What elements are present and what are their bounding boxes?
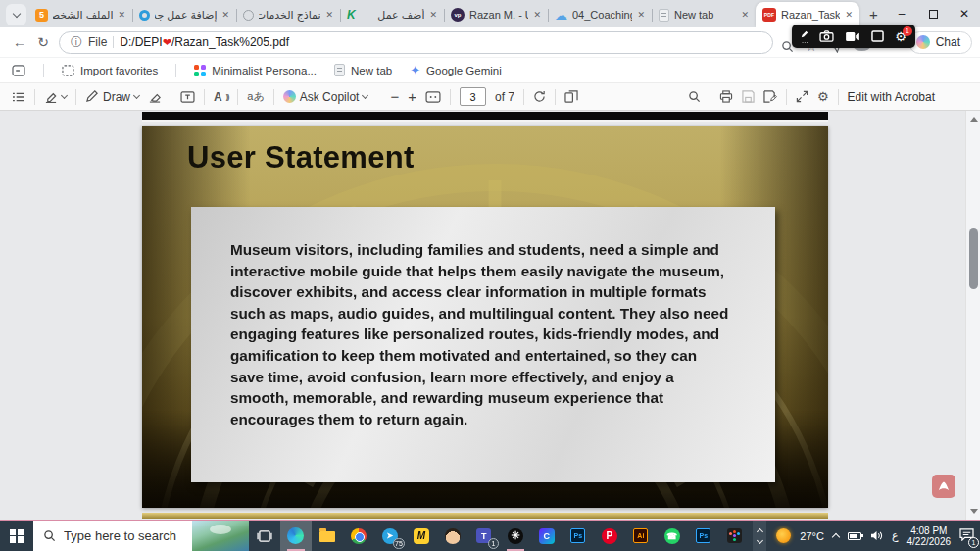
taskbar-edge[interactable] (280, 521, 312, 551)
language-indicator[interactable]: ع (892, 529, 899, 542)
zoom-out-button[interactable]: − (390, 88, 399, 105)
tab-add-work[interactable]: K أضف عمل ✕ (340, 2, 444, 27)
tab-personal-file[interactable]: 5 الملف الشخصي - ✕ (28, 2, 132, 27)
taskbar-miro[interactable]: M (406, 521, 437, 551)
taskbar-whatsapp[interactable]: ☎ (657, 521, 688, 551)
page-number-input[interactable] (460, 87, 486, 106)
taskbar-chrome[interactable] (343, 521, 374, 551)
fit-width-icon[interactable] (425, 91, 441, 103)
tab-close-icon[interactable]: ✕ (637, 10, 645, 20)
tab-close-icon[interactable]: ✕ (533, 10, 541, 20)
close-button[interactable]: ✕ (949, 0, 980, 27)
action-center-button[interactable]: 1 (959, 527, 974, 545)
hidden-icons-chevron[interactable] (832, 533, 840, 541)
taskbar-photoshop[interactable]: Ps (563, 521, 594, 551)
speaker-icon[interactable] (870, 530, 883, 541)
copilot-chat-button[interactable]: Chat (908, 31, 972, 54)
rotate-icon[interactable] (533, 90, 546, 103)
bing-daily-image[interactable] (192, 521, 249, 551)
task-view-button[interactable] (249, 521, 280, 551)
video-camera-icon[interactable] (845, 31, 860, 42)
tab-coaching[interactable]: ☁ 04_Coaching - ✕ (548, 2, 652, 27)
address-bar[interactable]: ⓘ File D:/DEPI❤/Razan_Task%205.pdf (59, 31, 773, 54)
tab-title: Razan M. - UI-U (469, 9, 528, 21)
taskbar-photoshop-2[interactable]: Ps (688, 521, 719, 551)
taskbar-file-explorer[interactable] (312, 521, 343, 551)
taskbar-avatar-app[interactable] (437, 521, 468, 551)
sidebar-toggle-button[interactable] (12, 65, 25, 76)
copilot-icon (916, 35, 930, 49)
back-button[interactable]: ← (8, 34, 31, 50)
temperature-label[interactable]: 27°C (800, 530, 824, 542)
page-view-icon[interactable] (564, 90, 578, 103)
read-aloud-button[interactable]: A)) (214, 90, 228, 104)
clock[interactable]: 4:08 PM4/22/2026 (907, 526, 952, 547)
tab-new-tab[interactable]: New tab ✕ (652, 2, 756, 27)
search-input[interactable] (64, 528, 191, 543)
tab-close-icon[interactable]: ✕ (845, 10, 853, 20)
bookmark-minimalist-persona[interactable]: Minimalist Persona... (194, 65, 317, 76)
search-document-icon[interactable] (688, 90, 701, 103)
window-capture-icon[interactable] (871, 30, 884, 42)
divider (113, 36, 114, 48)
table-of-contents-button[interactable] (12, 91, 25, 103)
add-text-button[interactable] (180, 91, 195, 103)
print-icon[interactable] (719, 90, 733, 103)
acrobat-floating-button[interactable] (932, 475, 956, 498)
new-tab-page-icon (659, 9, 669, 22)
tab-close-icon[interactable]: ✕ (741, 10, 749, 20)
pdf-settings-button[interactable]: ⚙ (817, 89, 829, 104)
taskbar-telegram[interactable]: ➤75 (374, 521, 406, 551)
bookmark-google-gemini[interactable]: ✦ Google Gemini (410, 63, 502, 77)
taskbar-teams[interactable]: T1 (468, 521, 500, 551)
divider (75, 89, 76, 105)
camera-icon[interactable] (819, 30, 834, 42)
taskbar-pinterest[interactable]: P (594, 521, 625, 551)
divider (175, 64, 176, 77)
tab-close-icon[interactable]: ✕ (325, 10, 333, 20)
draw-pen-icon (85, 90, 99, 103)
fullscreen-icon[interactable] (796, 90, 808, 103)
tab-razan-uiux[interactable]: vp Razan M. - UI-U ✕ (444, 2, 548, 27)
new-tab-button[interactable]: + (863, 2, 884, 25)
tab-close-icon[interactable]: ✕ (429, 10, 437, 20)
import-favorites-button[interactable]: Import favorites (62, 65, 158, 76)
tab-close-icon[interactable]: ✕ (118, 10, 125, 20)
draw-button[interactable]: Draw (85, 90, 139, 104)
scroll-down-arrow[interactable] (970, 509, 978, 514)
taskbar-chatgpt[interactable]: ✳ (500, 521, 531, 551)
tab-service-forms[interactable]: نماذج الخدمات ✕ (236, 2, 340, 27)
pen-tool[interactable]: … (801, 30, 808, 43)
zoom-in-button[interactable]: + (408, 88, 416, 105)
taskbar-overflow-arrows[interactable] (753, 521, 767, 551)
info-icon[interactable]: ⓘ (71, 34, 82, 51)
vertical-scrollbar[interactable] (965, 111, 980, 520)
edit-with-acrobat-button[interactable]: Edit with Acrobat (848, 90, 935, 104)
maximize-button[interactable] (917, 0, 949, 27)
ask-copilot-button[interactable]: Ask Copilot (283, 90, 368, 104)
avatar-app-icon (445, 528, 461, 544)
tab-search-button[interactable] (6, 4, 26, 25)
erase-button[interactable] (148, 90, 162, 103)
taskbar-canva[interactable]: C (531, 521, 563, 551)
taskbar-search[interactable] (33, 521, 249, 551)
weather-sun-icon[interactable] (776, 528, 791, 543)
gemini-star-icon: ✦ (410, 63, 420, 77)
tab-close-icon[interactable]: ✕ (221, 10, 229, 20)
taskbar-figma[interactable] (719, 521, 751, 551)
tab-add-new-work[interactable]: إضافة عمل جديد ✕ (132, 2, 236, 27)
save-icon[interactable] (742, 90, 755, 103)
save-as-icon[interactable] (763, 90, 777, 103)
minimize-button[interactable]: – (886, 0, 917, 27)
highlighter-icon (44, 90, 58, 103)
highlight-button[interactable] (44, 90, 67, 103)
bookmark-new-tab[interactable]: New tab (334, 64, 392, 76)
translate-button[interactable]: aあ (247, 89, 264, 104)
battery-icon[interactable] (848, 532, 861, 540)
taskbar-illustrator[interactable]: Ai (625, 521, 657, 551)
scroll-up-arrow[interactable] (970, 117, 978, 122)
capture-settings[interactable]: ⚙1 (895, 30, 906, 43)
scrollbar-thumb[interactable] (969, 228, 978, 289)
refresh-button[interactable]: ↻ (31, 34, 55, 50)
start-button[interactable] (0, 521, 33, 551)
